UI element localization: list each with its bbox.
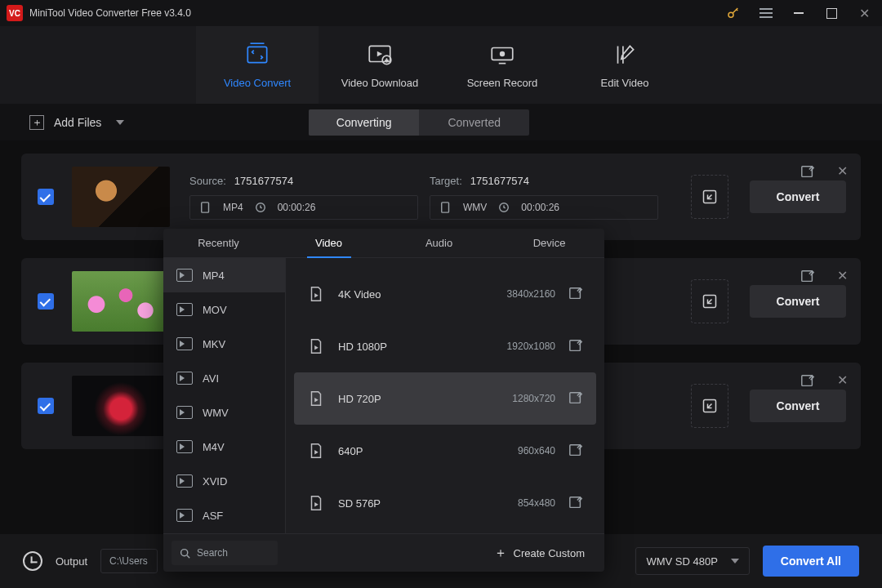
search-icon bbox=[180, 548, 190, 559]
chevron-down-icon bbox=[116, 120, 124, 125]
source-label: Source: bbox=[189, 175, 226, 187]
file-card: Source: 1751677574 Target: 1751677574 MP… bbox=[21, 154, 861, 240]
popover-tab-recently[interactable]: Recently bbox=[163, 229, 274, 257]
output-label: Output bbox=[56, 555, 87, 568]
target-preview-box[interactable] bbox=[691, 279, 728, 323]
edit-icon[interactable] bbox=[568, 287, 583, 301]
format-wmv[interactable]: WMV bbox=[163, 395, 285, 430]
edit-icon[interactable] bbox=[568, 391, 583, 406]
convert-all-button[interactable]: Convert All bbox=[763, 546, 859, 577]
edit-icon[interactable] bbox=[568, 496, 583, 510]
video-file-icon bbox=[307, 494, 325, 512]
preset-item[interactable]: HD 1080P1920x1080 bbox=[294, 320, 596, 372]
tab-screen-record[interactable]: Screen Record bbox=[441, 26, 564, 104]
format-mp4[interactable]: MP4 bbox=[163, 258, 285, 292]
maximize-button[interactable] bbox=[820, 2, 843, 24]
clock-icon bbox=[255, 202, 266, 213]
minimize-button[interactable] bbox=[787, 2, 810, 24]
preset-name: 4K Video bbox=[338, 288, 469, 301]
preset-name: 640P bbox=[338, 445, 469, 457]
convert-button[interactable]: Convert bbox=[750, 285, 846, 318]
app-logo: VC bbox=[7, 5, 23, 21]
tab-label: Video Convert bbox=[224, 77, 291, 89]
file-icon bbox=[200, 202, 212, 213]
format-badge-icon bbox=[176, 440, 193, 453]
format-badge-icon bbox=[176, 372, 193, 385]
plus-icon: ＋ bbox=[29, 115, 44, 130]
preset-resolution: 854x480 bbox=[482, 497, 555, 509]
thumbnail[interactable] bbox=[72, 376, 170, 436]
format-mov[interactable]: MOV bbox=[163, 292, 285, 327]
preset-resolution: 3840x2160 bbox=[482, 288, 555, 300]
app-title: MiniTool Video Converter Free v3.4.0 bbox=[29, 7, 722, 19]
record-icon bbox=[488, 41, 516, 69]
preset-item[interactable]: 640P960x640 bbox=[294, 425, 596, 477]
edit-icon[interactable] bbox=[568, 339, 583, 354]
top-tabs: Video Convert Video Download Screen Reco… bbox=[0, 26, 882, 105]
tab-edit-video[interactable]: Edit Video bbox=[564, 26, 686, 104]
source-info[interactable]: MP4 00:00:26 bbox=[189, 195, 418, 220]
remove-item-button[interactable]: ✕ bbox=[837, 268, 848, 283]
preset-resolution: 1920x1080 bbox=[482, 341, 555, 352]
checkbox[interactable] bbox=[38, 293, 54, 310]
close-button[interactable]: ✕ bbox=[853, 2, 875, 24]
preset-item[interactable]: SD 576P854x480 bbox=[294, 477, 596, 529]
format-search-input[interactable]: Search bbox=[172, 541, 278, 565]
format-badge-icon bbox=[176, 269, 193, 282]
edit-icon[interactable] bbox=[800, 374, 815, 389]
format-popover: Recently Video Audio Device MP4MOVMKVAVI… bbox=[163, 229, 604, 572]
remove-item-button[interactable]: ✕ bbox=[837, 372, 848, 388]
expand-icon bbox=[702, 293, 718, 310]
preset-list: 4K Video3840x2160HD 1080P1920x1080HD 720… bbox=[286, 258, 604, 533]
remove-item-button[interactable]: ✕ bbox=[837, 163, 848, 179]
format-badge-icon bbox=[176, 303, 193, 316]
expand-icon bbox=[702, 398, 718, 414]
create-custom-button[interactable]: ＋ Create Custom bbox=[474, 534, 604, 572]
preset-name: HD 720P bbox=[338, 393, 469, 405]
key-icon[interactable] bbox=[722, 2, 745, 24]
popover-tabs: Recently Video Audio Device bbox=[163, 229, 604, 258]
edit-icon[interactable] bbox=[568, 443, 583, 458]
checkbox[interactable] bbox=[38, 189, 54, 205]
format-m4v[interactable]: M4V bbox=[163, 430, 285, 464]
video-file-icon bbox=[307, 390, 325, 408]
seg-converted[interactable]: Converted bbox=[419, 109, 529, 136]
preset-item[interactable]: HD 720P1280x720 bbox=[294, 372, 596, 425]
target-format-dropdown[interactable]: WMV SD 480P bbox=[635, 547, 749, 575]
edit-icon[interactable] bbox=[800, 165, 815, 180]
tab-video-convert[interactable]: Video Convert bbox=[196, 26, 318, 104]
preset-item[interactable]: 4K Video3840x2160 bbox=[294, 268, 596, 320]
thumbnail[interactable] bbox=[72, 167, 170, 227]
thumbnail[interactable] bbox=[72, 271, 170, 332]
checkbox[interactable] bbox=[38, 398, 54, 414]
tab-label: Video Download bbox=[341, 77, 418, 89]
target-label: Target: bbox=[430, 175, 462, 187]
target-preview-box[interactable] bbox=[691, 175, 728, 219]
output-path-field[interactable]: C:\Users bbox=[100, 549, 158, 573]
clock-icon bbox=[498, 202, 510, 213]
seg-converting[interactable]: Converting bbox=[309, 109, 419, 136]
plus-icon: ＋ bbox=[494, 545, 507, 562]
edit-icon[interactable] bbox=[800, 270, 815, 284]
convert-button[interactable]: Convert bbox=[750, 390, 846, 422]
format-xvid[interactable]: XVID bbox=[163, 464, 285, 498]
convert-button[interactable]: Convert bbox=[750, 180, 846, 213]
menu-icon[interactable] bbox=[755, 2, 777, 24]
format-asf[interactable]: ASF bbox=[163, 498, 285, 532]
format-mkv[interactable]: MKV bbox=[163, 327, 285, 361]
chevron-down-icon bbox=[731, 559, 739, 564]
popover-tab-video[interactable]: Video bbox=[274, 229, 384, 257]
schedule-icon[interactable] bbox=[23, 551, 42, 571]
popover-tab-audio[interactable]: Audio bbox=[384, 229, 494, 257]
target-preview-box[interactable] bbox=[691, 384, 728, 428]
preset-name: SD 576P bbox=[338, 497, 469, 510]
svg-rect-6 bbox=[202, 202, 209, 212]
format-avi[interactable]: AVI bbox=[163, 361, 285, 395]
expand-icon bbox=[702, 189, 718, 205]
tab-video-download[interactable]: Video Download bbox=[318, 26, 441, 104]
add-files-button[interactable]: ＋ Add Files bbox=[29, 115, 124, 130]
popover-tab-device[interactable]: Device bbox=[494, 229, 604, 257]
download-icon bbox=[366, 41, 394, 69]
target-info[interactable]: WMV 00:00:26 bbox=[430, 195, 658, 220]
preset-name: HD 1080P bbox=[338, 341, 469, 353]
